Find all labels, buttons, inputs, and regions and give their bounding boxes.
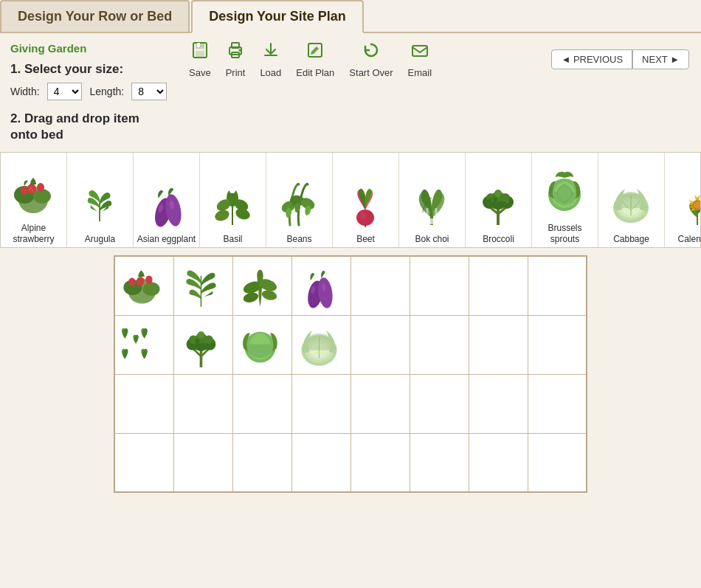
grid-cell-1-7[interactable] <box>528 315 587 374</box>
plant-beet[interactable]: Beet <box>333 153 399 247</box>
next-button[interactable]: NEXT ► <box>632 49 689 69</box>
grid-cell-2-6[interactable] <box>469 374 528 433</box>
left-panel: Giving Garden 1. Select your size: Width… <box>0 33 177 152</box>
size-controls: Width: 4 6 8 Length: 8 10 12 <box>10 83 167 100</box>
svg-point-49 <box>499 197 503 201</box>
svg-point-16 <box>30 187 32 189</box>
plant-alpine[interactable]: Alpine strawberry <box>1 153 67 247</box>
svg-point-69 <box>137 277 144 286</box>
main-area: Giving Garden 1. Select your size: Width… <box>0 33 701 152</box>
grid-cell-0-1[interactable] <box>173 256 232 315</box>
svg-point-7 <box>239 49 241 52</box>
toolbar: Save Print Load Edit Plan <box>189 41 689 78</box>
grid-cell-0-2[interactable] <box>232 256 291 315</box>
svg-point-68 <box>143 283 160 297</box>
plant-asian[interactable]: Asian eggplant <box>134 153 200 247</box>
svg-point-36 <box>360 212 366 219</box>
grid-cell-0-7[interactable] <box>528 256 587 315</box>
plant-calendula-image <box>673 176 702 231</box>
nav-buttons: ◄ PREVIOUS NEXT ► <box>551 49 689 69</box>
svg-point-27 <box>213 208 231 223</box>
select-size-title: 1. Select your size: <box>10 62 167 77</box>
plant-beans[interactable]: Beans <box>266 153 333 247</box>
length-select[interactable]: 8 10 12 <box>131 83 167 100</box>
grid-cell-2-1[interactable] <box>173 374 232 433</box>
plant-alpine-name: Alpine strawberry <box>4 223 63 244</box>
email-button[interactable]: Email <box>408 41 432 78</box>
grid-cell-0-3[interactable] <box>291 256 350 315</box>
email-icon <box>410 41 429 64</box>
grid-cell-3-4[interactable] <box>350 433 410 492</box>
grid-cell-2-4[interactable] <box>350 374 410 433</box>
width-select[interactable]: 4 6 8 <box>47 83 83 100</box>
grid-cell-3-7[interactable] <box>528 433 587 492</box>
grid-cell-2-7[interactable] <box>528 374 587 433</box>
grid-cell-3-3[interactable] <box>291 433 350 492</box>
svg-point-15 <box>21 186 28 195</box>
grid-cell-0-5[interactable] <box>410 256 469 315</box>
grid-cell-3-5[interactable] <box>410 433 469 492</box>
grid-cell-0-0[interactable] <box>114 256 173 315</box>
svg-point-50 <box>497 195 500 198</box>
svg-point-76 <box>260 289 277 302</box>
svg-point-37 <box>427 218 436 224</box>
plant-cabbage[interactable]: Cabbage <box>598 153 665 247</box>
plant-broccoli[interactable]: Broccoli <box>466 153 532 247</box>
load-button[interactable]: Load <box>260 41 281 78</box>
plant-cabbage-image <box>607 176 657 231</box>
grid-cell-1-5[interactable] <box>410 315 469 374</box>
svg-point-61 <box>694 201 701 209</box>
svg-point-92 <box>202 339 207 343</box>
grid-cell-3-2[interactable] <box>232 433 291 492</box>
cell-plant-arugula <box>176 260 227 311</box>
plant-brussels[interactable]: Brussels sprouts <box>532 153 598 247</box>
right-panel: Save Print Load Edit Plan <box>177 33 701 152</box>
edit-plan-button[interactable]: Edit Plan <box>296 41 334 78</box>
tab-site-plan[interactable]: Design Your Site Plan <box>191 0 363 33</box>
plant-palette: Alpine strawberry Arugula <box>0 152 701 248</box>
svg-point-51 <box>487 198 491 203</box>
plant-calendula[interactable]: Calendula <box>665 153 701 247</box>
grid-cell-1-3[interactable] <box>291 315 350 374</box>
plant-alpine-image <box>9 165 59 220</box>
grid-cell-2-5[interactable] <box>410 374 469 433</box>
plant-basil[interactable]: Basil <box>200 153 266 247</box>
svg-point-17 <box>32 190 33 191</box>
grid-cell-3-6[interactable] <box>469 433 528 492</box>
plant-arugula[interactable]: Arugula <box>67 153 134 247</box>
grid-cell-0-6[interactable] <box>469 256 528 315</box>
print-button[interactable]: Print <box>226 41 246 78</box>
grid-cell-2-2[interactable] <box>232 374 291 433</box>
svg-point-18 <box>29 189 30 190</box>
plant-broccoli-image <box>474 176 524 231</box>
grid-cell-0-4[interactable] <box>350 256 410 315</box>
grid-cell-1-0[interactable] <box>114 315 173 374</box>
grid-cell-1-1[interactable] <box>173 315 232 374</box>
svg-rect-2 <box>197 43 200 47</box>
grid-cell-1-4[interactable] <box>350 315 410 374</box>
cell-plant-brussels <box>235 319 286 370</box>
previous-button[interactable]: ◄ PREVIOUS <box>551 49 632 69</box>
svg-point-90 <box>197 331 204 338</box>
grid-cell-1-6[interactable] <box>469 315 528 374</box>
save-icon <box>190 41 210 64</box>
grid-cell-2-3[interactable] <box>291 374 350 433</box>
svg-rect-9 <box>412 46 427 56</box>
plant-arugula-name: Arugula <box>85 234 115 244</box>
plant-asian-image <box>142 176 192 231</box>
tab-row-bed[interactable]: Design Your Row or Bed <box>0 0 190 32</box>
tab-bar: Design Your Row or Bed Design Your Site … <box>0 0 701 33</box>
grid-cell-3-0[interactable] <box>114 433 173 492</box>
plant-bok-choi[interactable]: Bok choi <box>399 153 466 247</box>
plant-broccoli-name: Broccoli <box>483 234 514 244</box>
start-over-button[interactable]: Start Over <box>349 41 393 78</box>
grid-cell-2-0[interactable] <box>114 374 173 433</box>
plant-beet-name: Beet <box>356 234 375 244</box>
drag-instruction: 2. Drag and drop item onto bed <box>10 111 167 143</box>
grid-cell-1-2[interactable] <box>232 315 291 374</box>
save-button[interactable]: Save <box>189 41 211 78</box>
garden-grid <box>114 255 587 493</box>
plant-brussels-name: Brussels sprouts <box>535 223 595 244</box>
garden-grid-container <box>0 255 701 505</box>
grid-cell-3-1[interactable] <box>173 433 232 492</box>
